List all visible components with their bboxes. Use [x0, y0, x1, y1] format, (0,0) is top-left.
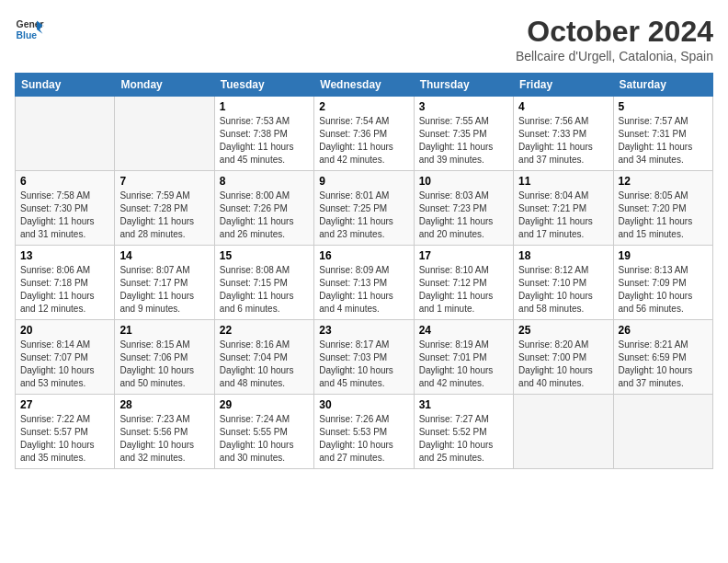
- calendar-week-row: 27Sunrise: 7:22 AM Sunset: 5:57 PM Dayli…: [16, 395, 713, 469]
- location-subtitle: Bellcaire d'Urgell, Catalonia, Spain: [516, 49, 713, 63]
- calendar-cell: 20Sunrise: 8:14 AM Sunset: 7:07 PM Dayli…: [16, 320, 115, 395]
- day-number: 31: [419, 398, 508, 411]
- day-info: Sunrise: 7:58 AM Sunset: 7:30 PM Dayligh…: [20, 190, 109, 241]
- day-number: 2: [319, 100, 408, 113]
- calendar-week-row: 1Sunrise: 7:53 AM Sunset: 7:38 PM Daylig…: [16, 97, 713, 171]
- calendar-cell: 11Sunrise: 8:04 AM Sunset: 7:21 PM Dayli…: [514, 171, 613, 246]
- day-info: Sunrise: 8:20 AM Sunset: 7:00 PM Dayligh…: [518, 339, 608, 390]
- calendar-cell: 28Sunrise: 7:23 AM Sunset: 5:56 PM Dayli…: [115, 395, 214, 469]
- calendar-cell: 8Sunrise: 8:00 AM Sunset: 7:26 PM Daylig…: [214, 171, 313, 246]
- day-info: Sunrise: 7:57 AM Sunset: 7:31 PM Dayligh…: [619, 115, 708, 167]
- calendar-cell: 22Sunrise: 8:16 AM Sunset: 7:04 PM Dayli…: [214, 320, 313, 395]
- day-info: Sunrise: 8:08 AM Sunset: 7:15 PM Dayligh…: [220, 264, 309, 316]
- day-info: Sunrise: 8:04 AM Sunset: 7:21 PM Dayligh…: [518, 190, 608, 241]
- day-number: 1: [220, 100, 309, 113]
- day-number: 26: [619, 324, 708, 337]
- calendar-cell: 2Sunrise: 7:54 AM Sunset: 7:36 PM Daylig…: [314, 97, 414, 171]
- day-info: Sunrise: 7:59 AM Sunset: 7:28 PM Dayligh…: [119, 190, 209, 241]
- weekday-header: Friday: [514, 74, 613, 97]
- calendar-cell: 9Sunrise: 8:01 AM Sunset: 7:25 PM Daylig…: [314, 171, 414, 246]
- day-number: 23: [319, 324, 408, 337]
- calendar-cell: 17Sunrise: 8:10 AM Sunset: 7:12 PM Dayli…: [414, 246, 513, 320]
- day-info: Sunrise: 7:56 AM Sunset: 7:33 PM Dayligh…: [518, 115, 608, 167]
- weekday-header-row: SundayMondayTuesdayWednesdayThursdayFrid…: [16, 74, 713, 97]
- day-number: 10: [419, 175, 508, 188]
- day-number: 6: [20, 175, 109, 188]
- calendar-cell: 18Sunrise: 8:12 AM Sunset: 7:10 PM Dayli…: [514, 246, 613, 320]
- calendar-cell: 15Sunrise: 8:08 AM Sunset: 7:15 PM Dayli…: [214, 246, 313, 320]
- day-info: Sunrise: 7:55 AM Sunset: 7:35 PM Dayligh…: [419, 115, 508, 167]
- calendar-cell: [514, 395, 613, 469]
- calendar-cell: 19Sunrise: 8:13 AM Sunset: 7:09 PM Dayli…: [613, 246, 712, 320]
- calendar-cell: 7Sunrise: 7:59 AM Sunset: 7:28 PM Daylig…: [115, 171, 214, 246]
- calendar-cell: 12Sunrise: 8:05 AM Sunset: 7:20 PM Dayli…: [613, 171, 712, 246]
- day-number: 24: [419, 324, 508, 337]
- logo: General Blue: [15, 15, 44, 44]
- day-number: 3: [419, 100, 508, 113]
- day-number: 9: [319, 175, 408, 188]
- day-info: Sunrise: 7:54 AM Sunset: 7:36 PM Dayligh…: [319, 115, 408, 167]
- day-number: 17: [419, 249, 508, 262]
- day-number: 4: [518, 100, 608, 113]
- calendar-week-row: 6Sunrise: 7:58 AM Sunset: 7:30 PM Daylig…: [16, 171, 713, 246]
- calendar-cell: 26Sunrise: 8:21 AM Sunset: 6:59 PM Dayli…: [613, 320, 712, 395]
- calendar-cell: 5Sunrise: 7:57 AM Sunset: 7:31 PM Daylig…: [613, 97, 712, 171]
- calendar-cell: 24Sunrise: 8:19 AM Sunset: 7:01 PM Dayli…: [414, 320, 513, 395]
- day-info: Sunrise: 8:09 AM Sunset: 7:13 PM Dayligh…: [319, 264, 408, 316]
- day-info: Sunrise: 8:12 AM Sunset: 7:10 PM Dayligh…: [518, 264, 608, 316]
- day-info: Sunrise: 8:07 AM Sunset: 7:17 PM Dayligh…: [119, 264, 209, 316]
- weekday-header: Thursday: [414, 74, 513, 97]
- calendar-cell: [115, 97, 214, 171]
- day-info: Sunrise: 8:16 AM Sunset: 7:04 PM Dayligh…: [220, 339, 309, 390]
- calendar-cell: 21Sunrise: 8:15 AM Sunset: 7:06 PM Dayli…: [115, 320, 214, 395]
- day-number: 14: [119, 249, 209, 262]
- weekday-header: Tuesday: [214, 74, 313, 97]
- calendar-table: SundayMondayTuesdayWednesdayThursdayFrid…: [15, 73, 713, 469]
- day-number: 11: [518, 175, 608, 188]
- day-number: 20: [20, 324, 109, 337]
- day-number: 15: [220, 249, 309, 262]
- weekday-header: Sunday: [16, 74, 115, 97]
- day-info: Sunrise: 8:01 AM Sunset: 7:25 PM Dayligh…: [319, 190, 408, 241]
- day-info: Sunrise: 7:22 AM Sunset: 5:57 PM Dayligh…: [20, 413, 109, 465]
- day-number: 18: [518, 249, 608, 262]
- calendar-cell: 31Sunrise: 7:27 AM Sunset: 5:52 PM Dayli…: [414, 395, 513, 469]
- calendar-cell: 16Sunrise: 8:09 AM Sunset: 7:13 PM Dayli…: [314, 246, 414, 320]
- calendar-cell: 25Sunrise: 8:20 AM Sunset: 7:00 PM Dayli…: [514, 320, 613, 395]
- day-number: 12: [619, 175, 708, 188]
- day-info: Sunrise: 7:23 AM Sunset: 5:56 PM Dayligh…: [119, 413, 209, 465]
- calendar-cell: 29Sunrise: 7:24 AM Sunset: 5:55 PM Dayli…: [214, 395, 313, 469]
- day-number: 8: [220, 175, 309, 188]
- day-number: 13: [20, 249, 109, 262]
- day-info: Sunrise: 8:15 AM Sunset: 7:06 PM Dayligh…: [119, 339, 209, 390]
- calendar-week-row: 13Sunrise: 8:06 AM Sunset: 7:18 PM Dayli…: [16, 246, 713, 320]
- logo-icon: General Blue: [15, 15, 44, 44]
- day-info: Sunrise: 8:14 AM Sunset: 7:07 PM Dayligh…: [20, 339, 109, 390]
- day-number: 25: [518, 324, 608, 337]
- day-number: 27: [20, 398, 109, 411]
- day-info: Sunrise: 7:53 AM Sunset: 7:38 PM Dayligh…: [220, 115, 309, 167]
- day-info: Sunrise: 8:05 AM Sunset: 7:20 PM Dayligh…: [619, 190, 708, 241]
- calendar-cell: [613, 395, 712, 469]
- day-info: Sunrise: 7:26 AM Sunset: 5:53 PM Dayligh…: [319, 413, 408, 465]
- weekday-header: Wednesday: [314, 74, 414, 97]
- calendar-cell: 3Sunrise: 7:55 AM Sunset: 7:35 PM Daylig…: [414, 97, 513, 171]
- weekday-header: Monday: [115, 74, 214, 97]
- calendar-cell: 4Sunrise: 7:56 AM Sunset: 7:33 PM Daylig…: [514, 97, 613, 171]
- day-number: 28: [119, 398, 209, 411]
- day-info: Sunrise: 8:21 AM Sunset: 6:59 PM Dayligh…: [619, 339, 708, 390]
- day-number: 29: [220, 398, 309, 411]
- calendar-cell: [16, 97, 115, 171]
- svg-text:Blue: Blue: [17, 30, 38, 40]
- day-number: 30: [319, 398, 408, 411]
- day-info: Sunrise: 8:17 AM Sunset: 7:03 PM Dayligh…: [319, 339, 408, 390]
- day-number: 19: [619, 249, 708, 262]
- day-number: 5: [619, 100, 708, 113]
- day-number: 22: [220, 324, 309, 337]
- calendar-cell: 6Sunrise: 7:58 AM Sunset: 7:30 PM Daylig…: [16, 171, 115, 246]
- calendar-week-row: 20Sunrise: 8:14 AM Sunset: 7:07 PM Dayli…: [16, 320, 713, 395]
- day-info: Sunrise: 8:00 AM Sunset: 7:26 PM Dayligh…: [220, 190, 309, 241]
- day-number: 7: [119, 175, 209, 188]
- page-header: General Blue October 2024 Bellcaire d'Ur…: [15, 15, 713, 63]
- day-number: 21: [119, 324, 209, 337]
